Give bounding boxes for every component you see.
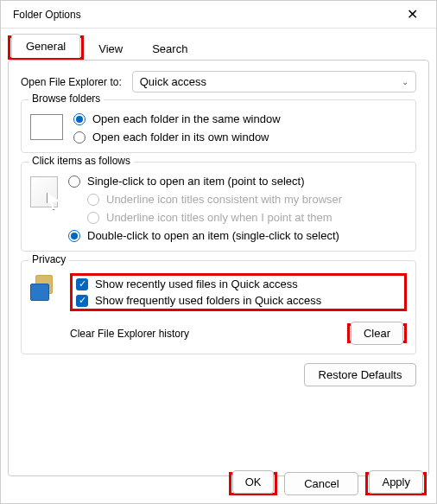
close-icon[interactable]: ✕ xyxy=(395,6,429,22)
tab-search[interactable]: Search xyxy=(137,36,202,61)
radio-icon xyxy=(87,194,99,206)
checkbox-icon: ✓ xyxy=(76,295,88,307)
folder-icon xyxy=(30,114,63,140)
radio-double-label: Double-click to open an item (single-cli… xyxy=(87,229,339,242)
radio-icon xyxy=(73,131,86,144)
radio-icon xyxy=(73,113,86,125)
tab-bar: General View Search xyxy=(1,29,436,60)
chevron-down-icon: ⌄ xyxy=(402,77,408,86)
ok-button[interactable]: OK xyxy=(232,470,275,494)
radio-single-label: Single-click to open an item (point to s… xyxy=(87,175,304,188)
radio-icon xyxy=(68,230,80,242)
dialog-footer: OK Cancel Apply xyxy=(229,472,427,495)
privacy-icon xyxy=(30,275,60,301)
radio-own-window[interactable]: Open each folder in its own window xyxy=(73,131,281,144)
click-legend: Click items as follows xyxy=(28,155,134,167)
highlight-privacy-checks: ✓ Show recently used files in Quick acce… xyxy=(70,273,407,311)
browse-legend: Browse folders xyxy=(28,93,104,105)
tab-general[interactable]: General xyxy=(11,34,80,58)
radio-same-label: Open each folder in the same window xyxy=(92,112,281,125)
highlight-apply-button: Apply xyxy=(365,472,427,495)
privacy-legend: Privacy xyxy=(28,253,69,265)
radio-underline-browser-label: Underline icon titles consistent with my… xyxy=(106,193,342,206)
highlight-ok-button: OK xyxy=(229,472,278,495)
radio-icon xyxy=(68,175,80,188)
window-title: Folder Options xyxy=(13,9,81,21)
check-recent-label: Show recently used files in Quick access xyxy=(95,278,298,290)
clear-button[interactable]: Clear xyxy=(351,322,403,345)
radio-icon xyxy=(87,212,99,224)
cancel-button[interactable]: Cancel xyxy=(284,472,358,495)
titlebar: Folder Options ✕ xyxy=(1,1,436,29)
checkbox-icon: ✓ xyxy=(76,278,88,290)
radio-same-window[interactable]: Open each folder in the same window xyxy=(73,112,281,125)
browse-folders-group: Browse folders Open each folder in the s… xyxy=(21,99,416,153)
click-icon xyxy=(30,176,58,207)
radio-underline-point: Underline icon titles only when I point … xyxy=(87,211,342,224)
tab-view[interactable]: View xyxy=(84,36,137,61)
restore-row: Restore Defaults xyxy=(21,363,416,386)
open-explorer-label: Open File Explorer to: xyxy=(21,76,122,88)
check-show-frequent[interactable]: ✓ Show frequently used folders in Quick … xyxy=(76,294,401,307)
radio-underline-browser: Underline icon titles consistent with my… xyxy=(87,193,342,206)
radio-single-click[interactable]: Single-click to open an item (point to s… xyxy=(68,175,342,188)
radio-own-label: Open each folder in its own window xyxy=(92,131,269,144)
highlight-general-tab: General xyxy=(8,35,84,60)
click-items-group: Click items as follows Single-click to o… xyxy=(21,162,416,252)
radio-double-click[interactable]: Double-click to open an item (single-cli… xyxy=(68,229,342,242)
clear-history-label: Clear File Explorer history xyxy=(70,328,189,340)
open-explorer-value: Quick access xyxy=(140,75,206,88)
open-explorer-dropdown[interactable]: Quick access ⌄ xyxy=(132,71,416,93)
apply-button[interactable]: Apply xyxy=(369,470,423,494)
privacy-group: Privacy ✓ Show recently used files in Qu… xyxy=(21,260,416,354)
clear-history-row: Clear File Explorer history Clear xyxy=(70,323,407,343)
highlight-clear-button: Clear xyxy=(347,323,407,343)
restore-defaults-button[interactable]: Restore Defaults xyxy=(304,363,416,386)
radio-underline-point-label: Underline icon titles only when I point … xyxy=(106,211,332,224)
tab-content: Open File Explorer to: Quick access ⌄ Br… xyxy=(8,60,429,476)
check-frequent-label: Show frequently used folders in Quick ac… xyxy=(95,294,321,307)
open-explorer-row: Open File Explorer to: Quick access ⌄ xyxy=(21,71,416,93)
check-show-recent[interactable]: ✓ Show recently used files in Quick acce… xyxy=(76,278,401,290)
